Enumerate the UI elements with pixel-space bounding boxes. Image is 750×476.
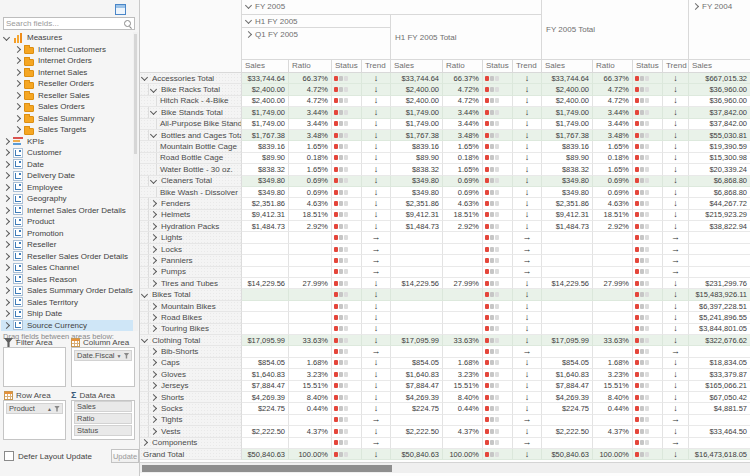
row-header-all-purpose-bike-stand[interactable]: All-Purpose Bike Stand [140,119,242,130]
tree-item-ship-date[interactable]: Ship Date [1,308,134,320]
tree-item-sales-orders[interactable]: Sales Orders [1,101,134,113]
collapse-icon[interactable] [150,131,157,138]
expand-icon[interactable] [150,200,157,207]
update-button[interactable]: Update [111,449,139,463]
row-header-vests[interactable]: Vests [140,426,242,437]
expand-icon[interactable] [3,276,10,283]
tree-item-sales-summary[interactable]: Sales Summary [1,113,134,125]
row-header-road-bottle-cage[interactable]: Road Bottle Cage [140,153,242,164]
expand-icon[interactable] [3,230,10,237]
row-header-pumps[interactable]: Pumps [140,267,242,278]
tree-item-sales-territory[interactable]: Sales Territory [1,297,134,309]
row-header-jerseys[interactable]: Jerseys [140,381,242,392]
tree-item-reseller-sales[interactable]: Reseller Sales [1,90,134,102]
expand-icon[interactable] [150,382,157,389]
expand-icon[interactable] [14,80,21,87]
field-chip-status[interactable]: Status [74,425,132,436]
expand-icon[interactable] [3,241,10,248]
horizontal-scrollbar[interactable] [140,462,750,473]
search-icon[interactable] [124,20,131,27]
expand-icon[interactable] [150,314,157,321]
collapse-icon[interactable] [150,108,157,115]
expand-icon[interactable] [150,371,157,378]
column-area-box[interactable]: Date.Fiscal▼ [71,347,135,387]
expand-icon[interactable] [150,280,157,287]
expand-icon[interactable] [3,253,10,260]
column-band-h1-fy2005-total[interactable]: H1 FY 2005 Total [391,15,542,60]
expand-icon[interactable] [3,161,10,168]
expand-icon[interactable] [150,359,157,366]
tree-item-sales-reason[interactable]: Sales Reason [1,274,134,286]
collapse-icon[interactable] [245,2,252,9]
tree-scrollbar-thumb[interactable] [134,34,137,154]
row-header-hitch-rack-4-bike[interactable]: Hitch Rack - 4-Bike [140,96,242,107]
row-header-tires-and-tubes[interactable]: Tires and Tubes [140,278,242,289]
expand-icon[interactable] [14,69,21,76]
column-header-status[interactable]: Status [483,60,513,73]
expand-icon[interactable] [150,257,157,264]
expand-icon[interactable] [3,264,10,271]
row-header-socks[interactable]: Socks [140,403,242,414]
tree-item-internet-sales-order-details[interactable]: Internet Sales Order Details [1,205,134,217]
expand-icon[interactable] [245,31,252,38]
column-header-status[interactable]: Status [332,60,362,73]
expand-icon[interactable] [150,211,157,218]
tree-item-date[interactable]: Date [1,159,134,171]
row-header-mountain-bikes[interactable]: Mountain Bikes [140,301,242,312]
column-header-trend[interactable]: Trend [362,60,391,73]
filter-icon[interactable] [123,353,129,359]
defer-layout-checkbox[interactable] [4,451,14,461]
tree-item-source-currency[interactable]: Source Currency [1,320,134,332]
row-header-panniers[interactable]: Panniers [140,255,242,266]
expand-icon[interactable] [3,287,10,294]
expand-icon[interactable] [150,325,157,332]
tree-item-reseller-orders[interactable]: Reseller Orders [1,78,134,90]
tree-item-promotion[interactable]: Promotion [1,228,134,240]
row-header-mountain-bottle-cage[interactable]: Mountain Bottle Cage [140,141,242,152]
expand-icon[interactable] [3,299,10,306]
field-chip-product[interactable]: Product▲ [6,403,63,414]
column-header-sales[interactable]: Sales [542,60,593,73]
tree-item-internet-orders[interactable]: Internet Orders [1,55,134,67]
row-header-water-bottle-30-oz[interactable]: Water Bottle - 30 oz. [140,164,242,175]
field-chip-ratio[interactable]: Ratio [74,413,132,424]
expand-icon[interactable] [3,207,10,214]
row-header-grand-total[interactable]: Grand Total [140,449,242,460]
tree-item-product[interactable]: Product [1,216,134,228]
column-header-ratio[interactable]: Ratio [443,60,483,73]
expand-icon[interactable] [150,405,157,412]
expand-icon[interactable] [14,115,21,122]
expand-icon[interactable] [14,57,21,64]
row-header-cleaners-total[interactable]: Cleaners Total [140,176,242,187]
tree-item-delivery-date[interactable]: Delivery Date [1,170,134,182]
field-chip-sales[interactable]: Sales [74,401,132,412]
tree-item-reseller[interactable]: Reseller [1,239,134,251]
expand-icon[interactable] [3,172,10,179]
row-header-clothing-total[interactable]: Clothing Total [140,335,242,346]
row-header-fenders[interactable]: Fenders [140,198,242,209]
collapse-icon[interactable] [150,86,157,93]
expand-icon[interactable] [3,310,10,317]
column-band-fy2005[interactable]: FY 2005 [242,0,542,15]
tree-item-internet-customers[interactable]: Internet Customers [1,44,134,56]
column-header-trend[interactable]: Trend [663,60,689,73]
row-header-bib-shorts[interactable]: Bib-Shorts [140,346,242,357]
column-band-fy2005-total[interactable]: FY 2005 Total [542,0,689,60]
row-header-bike-stands-total[interactable]: Bike Stands Total [140,107,242,118]
row-header-accessories-total[interactable]: Accessories Total [140,73,242,84]
row-header-gloves[interactable]: Gloves [140,369,242,380]
scrollbar-thumb[interactable] [142,465,392,472]
column-band-q1-fy2005[interactable]: Q1 FY 2005 [242,28,391,60]
tree-item-reseller-sales-order-details[interactable]: Reseller Sales Order Details [1,251,134,263]
filter-icon[interactable] [54,406,60,412]
row-header-lights[interactable]: Lights [140,232,242,243]
collapse-icon[interactable] [141,74,148,81]
expand-icon[interactable] [692,3,699,10]
expand-icon[interactable] [14,126,21,133]
expand-icon[interactable] [150,428,157,435]
expand-icon[interactable] [150,268,157,275]
tree-item-measures[interactable]: Measures [1,32,134,44]
collapse-icon[interactable] [3,34,10,41]
sort-ascending-icon[interactable]: ▲ [47,406,52,412]
column-header-trend[interactable]: Trend [513,60,542,73]
